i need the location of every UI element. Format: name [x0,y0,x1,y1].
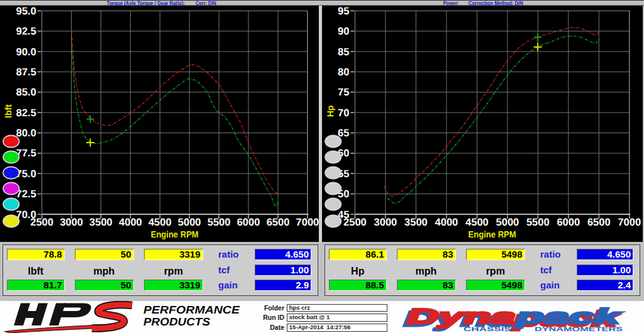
svg-text:DYNAMOMETERS: DYNAMOMETERS [535,326,623,333]
svg-text:6000: 6000 [557,217,580,228]
svg-text:5500: 5500 [208,217,231,228]
svg-text:70: 70 [338,107,349,119]
svg-text:PRODUCTS: PRODUCTS [143,315,210,328]
svg-text:Dyna: Dyna [407,305,516,329]
svg-text:7000: 7000 [618,217,641,228]
svg-text:3000: 3000 [374,217,397,228]
svg-text:Hp: Hp [325,106,335,117]
svg-text:85: 85 [338,46,349,58]
svg-text:80: 80 [338,67,349,78]
svg-text:3500: 3500 [404,217,428,228]
svg-text:Engine RPM: Engine RPM [151,230,199,240]
svg-text:6000: 6000 [237,217,260,228]
svg-text:4500: 4500 [465,217,489,228]
svg-text:4000: 4000 [119,217,142,228]
svg-text:Engine RPM: Engine RPM [469,230,516,240]
svg-text:95.0: 95.0 [16,6,36,17]
svg-text:82.5: 82.5 [16,107,36,119]
svg-text:7000: 7000 [296,217,319,228]
svg-text:PERFORMANCE: PERFORMANCE [143,303,240,316]
svg-text:pack: pack [515,305,623,329]
svg-text:75: 75 [338,87,349,98]
svg-text:2500: 2500 [343,217,367,228]
svg-text:5000: 5000 [496,217,519,228]
svg-text:90.0: 90.0 [16,46,36,58]
svg-text:5500: 5500 [526,217,550,228]
svg-text:90: 90 [338,26,349,37]
svg-text:5000: 5000 [178,217,201,228]
svg-text:92.5: 92.5 [16,26,36,37]
svg-text:4500: 4500 [148,217,172,228]
svg-text:80.0: 80.0 [16,128,36,139]
svg-text:6500: 6500 [587,217,611,228]
svg-text:lbft: lbft [3,104,13,118]
svg-text:CHASSIS: CHASSIS [464,326,511,333]
svg-text:85.0: 85.0 [16,87,36,98]
svg-text:6500: 6500 [267,217,290,228]
svg-text:4000: 4000 [435,217,458,228]
svg-text:95: 95 [338,6,349,17]
svg-text:3000: 3000 [60,217,83,228]
svg-text:2500: 2500 [30,217,53,228]
svg-text:87.5: 87.5 [16,67,36,78]
svg-text:3500: 3500 [89,217,113,228]
